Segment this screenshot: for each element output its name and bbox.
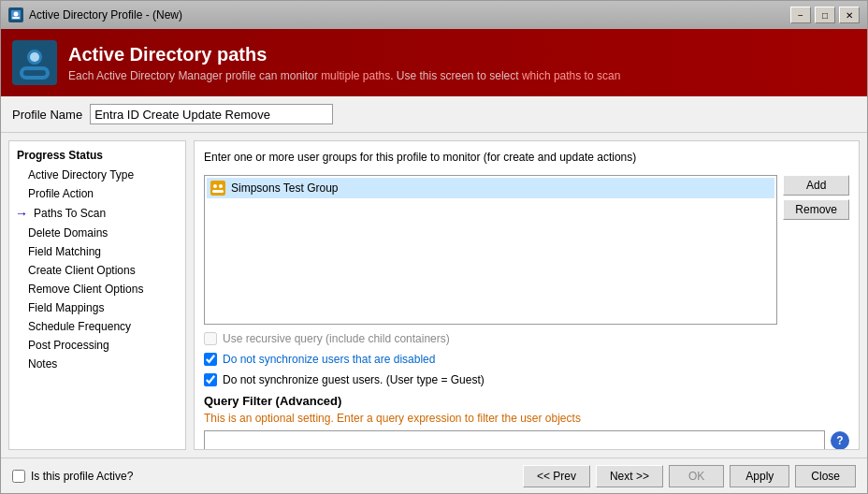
footer-right: << Prev Next >> OK Apply Close [523,465,856,487]
help-button[interactable]: ? [831,431,849,450]
sidebar-label-post-processing: Post Processing [28,339,109,352]
right-panel: Enter one or more user groups for this p… [194,140,860,450]
sidebar-label-active-directory-type: Active Directory Type [28,168,134,182]
sidebar-label-field-matching: Field Matching [28,245,101,258]
query-filter-input-row: ? [204,430,849,450]
main-content: Progress Status Active Directory Type Pr… [1,133,867,458]
header-banner: Active Directory paths Each Active Direc… [1,29,867,96]
sidebar-item-paths-to-scan[interactable]: → Paths To Scan [13,203,181,224]
close-button[interactable]: Close [795,465,856,487]
footer-left: Is this profile Active? [12,470,133,483]
group-icon [210,181,225,196]
svg-rect-7 [23,70,46,76]
app-icon [8,7,23,22]
guest-users-checkbox[interactable] [204,373,217,386]
sidebar: Progress Status Active Directory Type Pr… [8,140,186,450]
maximize-button[interactable]: □ [815,7,835,23]
sidebar-item-post-processing[interactable]: Post Processing [13,336,181,355]
svg-rect-2 [12,17,20,19]
main-window: Active Directory Profile - (New) − □ ✕ A… [0,0,868,494]
group-list-item[interactable]: Simpsons Test Group [207,178,774,198]
header-subtitle: Each Active Directory Manager profile ca… [68,69,856,82]
disabled-users-row: Do not synchronize users that are disabl… [204,353,849,366]
title-bar: Active Directory Profile - (New) − □ ✕ [1,1,867,29]
which-paths-link[interactable]: which paths to scan [522,69,620,82]
sidebar-label-profile-action: Profile Action [28,187,94,200]
query-filter-title: Query Filter (Advanced) [204,394,849,408]
window-title: Active Directory Profile - (New) [29,8,182,22]
multiple-paths-link[interactable]: multiple paths [321,69,390,82]
svg-point-9 [213,184,217,188]
header-icon [12,40,57,85]
apply-button[interactable]: Apply [730,465,789,487]
sidebar-label-notes: Notes [28,357,57,370]
recursive-query-label: Use recursive query (include child conta… [223,332,450,345]
disabled-users-checkbox[interactable] [204,353,217,366]
svg-rect-11 [212,190,224,193]
sidebar-item-profile-action[interactable]: Profile Action [13,184,181,203]
is-active-label: Is this profile Active? [31,470,133,483]
svg-point-10 [219,184,223,188]
footer: Is this profile Active? << Prev Next >> … [1,458,867,493]
sidebar-item-field-matching[interactable]: Field Matching [13,242,181,261]
profile-name-label: Profile Name [12,108,82,122]
header-title: Active Directory paths [68,44,856,65]
close-window-button[interactable]: ✕ [839,7,860,23]
sidebar-item-delete-domains[interactable]: Delete Domains [13,224,181,242]
sidebar-label-create-client-options: Create Client Options [28,264,136,277]
sidebar-item-remove-client-options[interactable]: Remove Client Options [13,280,181,298]
disabled-users-link[interactable]: Do not synchronize users that are disabl… [223,353,435,366]
sidebar-item-schedule-frequency[interactable]: Schedule Frequency [13,317,181,336]
query-filter-input[interactable] [204,430,825,450]
next-button[interactable]: Next >> [596,465,663,487]
query-filter-section: Query Filter (Advanced) This is an optio… [204,394,849,450]
profile-name-row: Profile Name [1,96,867,133]
guest-users-label: Do not synchronize guest users. (User ty… [223,373,485,386]
remove-button[interactable]: Remove [783,199,849,220]
ok-button[interactable]: OK [669,465,724,487]
profile-name-input[interactable] [90,104,333,124]
group-buttons: Add Remove [783,175,849,325]
recursive-query-checkbox[interactable] [204,332,217,345]
group-item-label: Simpsons Test Group [231,182,339,195]
sidebar-label-remove-client-options: Remove Client Options [28,283,143,296]
add-button[interactable]: Add [783,175,849,196]
svg-point-6 [30,52,39,62]
title-bar-buttons: − □ ✕ [790,7,860,23]
sidebar-item-create-client-options[interactable]: Create Client Options [13,261,181,280]
right-panel-title: Enter one or more user groups for this p… [204,151,849,164]
header-text: Active Directory paths Each Active Direc… [68,44,856,82]
minimize-button[interactable]: − [790,7,811,23]
recursive-query-row: Use recursive query (include child conta… [204,332,849,345]
sidebar-item-notes[interactable]: Notes [13,355,181,373]
sidebar-label-paths-to-scan: Paths To Scan [34,207,106,220]
arrow-icon: → [15,206,28,221]
sidebar-section-label: Progress Status [13,147,181,166]
group-list-area: Simpsons Test Group Add Remove [204,175,849,325]
sidebar-item-active-directory-type[interactable]: Active Directory Type [13,166,181,184]
sidebar-label-field-mappings: Field Mappings [28,301,104,314]
query-filter-desc: This is an optional setting. Enter a que… [204,412,849,425]
prev-button[interactable]: << Prev [523,465,590,487]
sidebar-label-delete-domains: Delete Domains [28,226,108,240]
svg-point-1 [14,12,19,17]
sidebar-label-schedule-frequency: Schedule Frequency [28,320,131,333]
guest-users-row: Do not synchronize guest users. (User ty… [204,373,849,386]
group-listbox[interactable]: Simpsons Test Group [204,175,777,325]
sidebar-item-field-mappings[interactable]: Field Mappings [13,298,181,317]
disabled-users-label: Do not synchronize users that are disabl… [223,353,435,366]
title-bar-left: Active Directory Profile - (New) [8,7,182,22]
is-active-checkbox[interactable] [12,470,25,483]
